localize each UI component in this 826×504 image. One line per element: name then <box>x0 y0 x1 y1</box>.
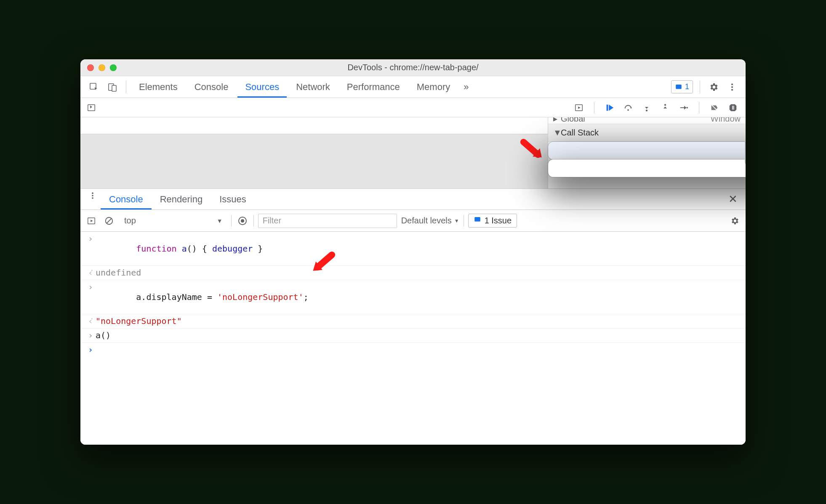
tabs-overflow[interactable]: » <box>459 76 473 98</box>
console-settings-gear-icon[interactable] <box>728 214 741 228</box>
annotation-arrow-icon <box>311 252 335 276</box>
call-stack-header[interactable]: ▼ Call Stack <box>548 124 746 142</box>
svg-rect-14 <box>732 106 733 109</box>
separator <box>126 80 126 93</box>
step-out-icon[interactable] <box>658 101 672 114</box>
main-tabstrip: Elements Console Sources Network Perform… <box>80 76 746 98</box>
tab-sources[interactable]: Sources <box>237 76 287 98</box>
separator <box>253 215 254 227</box>
svg-rect-2 <box>112 85 116 91</box>
svg-point-11 <box>646 109 647 111</box>
step-over-icon[interactable] <box>621 101 635 114</box>
execution-context-selector[interactable]: top ▼ <box>120 214 227 227</box>
more-menu-icon[interactable] <box>724 76 741 98</box>
resume-icon[interactable] <box>603 101 616 114</box>
levels-label: Default levels <box>401 216 452 225</box>
debugger-toggle-icon[interactable] <box>572 101 586 114</box>
console-output[interactable]: function a() { debugger } • undefined a.… <box>80 232 746 445</box>
svg-rect-3 <box>676 85 682 89</box>
chevron-right-icon: ▸ <box>553 117 559 124</box>
scope-label: Global <box>561 117 711 124</box>
navigator-toggle-icon[interactable] <box>85 101 98 114</box>
separator <box>231 215 232 227</box>
sources-toolbar <box>80 98 746 117</box>
call-stack-label: Call Stack <box>561 128 599 138</box>
tab-elements[interactable]: Elements <box>131 76 185 98</box>
svg-rect-7 <box>88 104 95 111</box>
annotation-arrow-icon <box>521 139 544 162</box>
device-toolbar-icon[interactable] <box>104 76 121 98</box>
input-caret-icon <box>85 233 96 244</box>
separator <box>699 102 699 114</box>
svg-point-6 <box>731 89 733 90</box>
sources-split: ▸ Global Window ▼ Call Stack ➔ a VM83:1 … <box>80 117 746 189</box>
scope-row[interactable]: ▸ Global Window <box>548 117 746 124</box>
drawer-more-icon[interactable] <box>85 189 101 202</box>
console-sidebar-toggle-icon[interactable] <box>85 214 98 228</box>
stack-frame[interactable]: (anonymous) VM206:1 <box>548 159 746 177</box>
svg-point-12 <box>664 104 666 106</box>
svg-point-17 <box>92 195 93 196</box>
scrollbar-thumb[interactable] <box>745 139 746 164</box>
issue-icon <box>474 216 481 225</box>
svg-point-13 <box>686 107 688 109</box>
live-expression-icon[interactable] <box>236 214 249 228</box>
chevron-down-icon: ▼ <box>217 218 223 224</box>
stack-frame[interactable]: ➔ a VM83:1 <box>548 142 746 159</box>
console-input-line: function a() { debugger } <box>80 232 746 266</box>
drawer-tab-console[interactable]: Console <box>101 189 152 210</box>
tab-performance[interactable]: Performance <box>339 76 408 98</box>
clear-console-icon[interactable] <box>102 214 116 228</box>
output-caret-icon: • <box>85 316 96 326</box>
tab-memory[interactable]: Memory <box>409 76 458 98</box>
svg-point-4 <box>731 83 733 85</box>
output-caret-icon: • <box>85 268 96 278</box>
tab-network[interactable]: Network <box>288 76 338 98</box>
svg-rect-15 <box>733 106 734 109</box>
issues-button[interactable]: 1 Issue <box>468 214 517 228</box>
svg-point-16 <box>92 192 93 194</box>
separator <box>700 80 700 93</box>
svg-point-22 <box>241 219 244 223</box>
issues-badge[interactable]: 1 <box>671 80 693 93</box>
console-prompt[interactable] <box>80 343 746 357</box>
titlebar: DevTools - chrome://new-tab-page/ <box>80 59 746 76</box>
close-drawer-icon[interactable]: ✕ <box>725 189 741 210</box>
svg-point-18 <box>92 197 93 199</box>
scope-right: Window <box>711 117 741 124</box>
inspect-element-icon[interactable] <box>85 76 102 98</box>
step-into-icon[interactable] <box>640 101 653 114</box>
input-caret-icon <box>85 282 96 292</box>
prompt-caret-icon <box>85 345 96 355</box>
chevron-down-icon: ▼ <box>454 218 459 224</box>
log-levels-selector[interactable]: Default levels ▼ <box>401 216 459 225</box>
console-output-line: • "noLongerSupport" <box>80 314 746 329</box>
svg-rect-9 <box>607 104 608 111</box>
console-output-line: • undefined <box>80 266 746 280</box>
input-caret-icon <box>85 330 96 340</box>
console-input-line: a.displayName = 'noLongerSupport'; <box>80 280 746 314</box>
chevron-down-icon: ▼ <box>553 128 559 138</box>
drawer-tabstrip: Console Rendering Issues ✕ <box>80 189 746 210</box>
console-toolbar: top ▼ Filter Default levels ▼ 1 Issue <box>80 210 746 232</box>
step-icon[interactable] <box>677 101 690 114</box>
drawer-tab-issues[interactable]: Issues <box>211 189 255 210</box>
svg-point-10 <box>627 109 629 111</box>
context-label: top <box>124 216 136 225</box>
window-title: DevTools - chrome://new-tab-page/ <box>80 63 746 72</box>
issues-badge-count: 1 <box>685 82 689 91</box>
editor-area[interactable] <box>80 117 548 188</box>
settings-gear-icon[interactable] <box>705 76 722 98</box>
svg-point-5 <box>731 86 733 88</box>
tab-console[interactable]: Console <box>187 76 236 98</box>
deactivate-breakpoints-icon[interactable] <box>708 101 721 114</box>
separator <box>464 215 464 227</box>
issue-button-label: 1 Issue <box>485 216 512 225</box>
console-filter-input[interactable]: Filter <box>258 214 397 228</box>
pause-on-exceptions-icon[interactable] <box>726 101 740 114</box>
drawer-tab-rendering[interactable]: Rendering <box>152 189 211 210</box>
console-input-line: a() <box>80 329 746 343</box>
separator <box>594 102 594 114</box>
filter-placeholder: Filter <box>263 216 281 225</box>
debugger-sidebar: ▸ Global Window ▼ Call Stack ➔ a VM83:1 … <box>548 117 746 188</box>
